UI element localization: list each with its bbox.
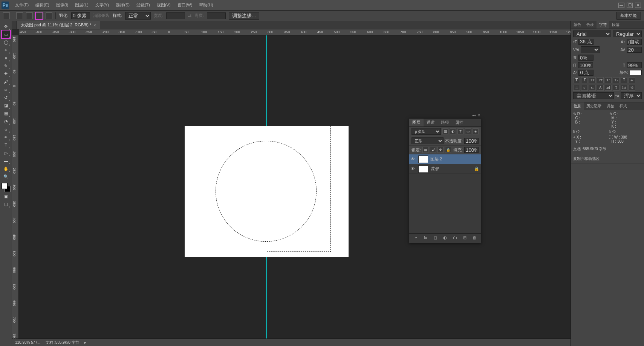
panel-collapse-icon[interactable]: «« <box>472 113 476 117</box>
layer-filter-select[interactable]: ρ 类型 <box>411 128 441 135</box>
fractions-button[interactable]: 1st <box>621 85 627 91</box>
tab-color[interactable]: 颜色 <box>571 21 584 29</box>
doc-status[interactable]: 文档 :585.9K/0 字节 <box>46 340 79 345</box>
font-size-input[interactable] <box>578 39 594 45</box>
lock-all-icon[interactable]: 🔒 <box>445 147 451 153</box>
lock-paint-icon[interactable]: 🖌 <box>430 147 436 153</box>
new-layer-icon[interactable]: ⊞ <box>462 235 468 241</box>
filter-adjust-icon[interactable]: ◐ <box>450 128 456 134</box>
style-select[interactable]: 正常 <box>125 12 151 20</box>
underline-button[interactable]: T <box>621 77 627 83</box>
blend-mode-select[interactable]: 正常 <box>411 137 444 144</box>
layer-name[interactable]: 图层 2 <box>430 156 442 162</box>
layers-panel[interactable]: «« × 图层 通道 路径 属性 ρ 类型 ▦ ◐ T ▭ ◈ 正常 不透明度: <box>409 118 481 243</box>
tab-adjustments[interactable]: 调整 <box>604 102 617 110</box>
strike-button[interactable]: T̶ <box>629 77 635 83</box>
canvas[interactable] <box>185 126 349 257</box>
menu-edit[interactable]: 编辑(E) <box>32 1 52 9</box>
move-tool[interactable]: ✥ <box>2 23 10 30</box>
history-brush-tool[interactable]: ↺ <box>2 94 10 101</box>
maximize-button[interactable]: ❐ <box>627 3 633 8</box>
tab-properties[interactable]: 属性 <box>452 119 467 127</box>
menu-type[interactable]: 文字(Y) <box>92 1 112 9</box>
heal-tool[interactable]: ✚ <box>2 70 10 78</box>
quickmask-tool[interactable]: ▣ <box>2 192 10 200</box>
antialias-select[interactable]: 浑厚 <box>621 92 642 99</box>
lock-position-icon[interactable]: ✥ <box>437 147 444 153</box>
italic-button[interactable]: T <box>581 77 588 83</box>
refine-edge-button[interactable]: 调整边缘... <box>229 12 259 20</box>
tab-paragraph[interactable]: 段落 <box>609 21 622 29</box>
filter-image-icon[interactable]: ▦ <box>442 128 448 134</box>
ordinals-button[interactable]: T <box>613 85 620 91</box>
lock-pixels-icon[interactable]: ▦ <box>422 147 428 153</box>
eraser-tool[interactable]: ◪ <box>2 102 10 109</box>
menu-help[interactable]: 帮助(H) <box>196 1 216 9</box>
hand-tool[interactable]: ✋ <box>2 165 10 172</box>
sel-add-icon[interactable] <box>26 12 33 19</box>
gradient-tool[interactable]: ▤ <box>2 110 10 117</box>
screenmode-tool[interactable]: ▢ <box>2 200 10 208</box>
menu-filter[interactable]: 滤镜(T) <box>133 1 153 9</box>
font-family-select[interactable]: Arial <box>573 30 611 37</box>
menu-image[interactable]: 图像(I) <box>53 1 71 9</box>
stamp-tool[interactable]: ⧇ <box>2 86 10 93</box>
tab-channels[interactable]: 通道 <box>424 119 438 127</box>
half-button[interactable]: ½ <box>629 85 635 91</box>
foreground-color[interactable] <box>2 183 8 189</box>
shape-tool[interactable]: ▬ <box>2 157 10 165</box>
filter-shape-icon[interactable]: ▭ <box>465 128 471 134</box>
leading-input[interactable] <box>627 39 642 45</box>
blur-tool[interactable]: ◔ <box>2 117 10 125</box>
vscale-input[interactable] <box>578 62 593 68</box>
tab-history[interactable]: 历史记录 <box>584 102 604 110</box>
tab-swatches[interactable]: 色板 <box>584 21 597 29</box>
swash-button[interactable]: A <box>597 85 604 91</box>
text-color-swatch[interactable] <box>630 70 642 75</box>
kerning-select[interactable] <box>581 46 600 53</box>
baseline-shift-input[interactable] <box>578 70 594 76</box>
titling-button[interactable]: ad <box>605 85 612 91</box>
tab-styles[interactable]: 样式 <box>617 102 630 110</box>
eyedropper-tool[interactable]: ✎ <box>2 62 10 70</box>
hscale-input[interactable] <box>627 62 642 68</box>
superscript-button[interactable]: T¹ <box>605 77 612 83</box>
wand-tool[interactable]: ✧ <box>2 46 10 54</box>
mask-icon[interactable]: ◻ <box>432 235 438 241</box>
sel-intersect-icon[interactable] <box>46 12 52 19</box>
fill-input[interactable] <box>464 147 479 153</box>
subscript-button[interactable]: T₁ <box>613 77 620 83</box>
std-lig-button[interactable]: st <box>589 85 596 91</box>
baseline-scale-input[interactable] <box>578 55 594 61</box>
panel-close-icon[interactable]: × <box>478 113 480 117</box>
tab-character[interactable]: 字符 <box>597 21 609 29</box>
tab-paths[interactable]: 路径 <box>438 119 452 127</box>
color-swatches[interactable] <box>2 183 11 192</box>
sel-subtract-icon[interactable] <box>36 12 43 19</box>
layer-name[interactable]: 背景 <box>430 166 439 172</box>
dodge-tool[interactable]: ☼ <box>2 125 10 133</box>
adjustment-icon[interactable]: ◐ <box>442 235 448 241</box>
layer-thumb[interactable] <box>418 165 428 173</box>
type-tool[interactable]: T <box>2 141 10 149</box>
workspace-switcher[interactable]: 基本功能 <box>616 12 641 20</box>
feather-input[interactable] <box>71 12 90 19</box>
delete-icon[interactable]: 🗑 <box>471 235 477 241</box>
sel-new-icon[interactable] <box>16 12 23 19</box>
crop-tool[interactable]: ⌗ <box>2 54 10 62</box>
visibility-icon[interactable]: 👁 <box>411 166 416 172</box>
tab-info[interactable]: 信息 <box>571 102 584 110</box>
close-button[interactable]: ✕ <box>635 3 641 8</box>
menu-file[interactable]: 文件(F) <box>12 1 32 9</box>
group-icon[interactable]: 🗀 <box>452 235 458 241</box>
marquee-tool[interactable]: ▭ <box>2 30 10 38</box>
tab-layers[interactable]: 图层 <box>409 119 424 127</box>
layer-row[interactable]: 👁 图层 2 <box>409 154 481 164</box>
document-tab[interactable]: 太极图.psd @ 111% (图层 2, RGB/8) * × <box>17 21 100 29</box>
fx-icon[interactable]: fx <box>422 235 428 241</box>
filter-smart-icon[interactable]: ◈ <box>473 128 479 134</box>
minimize-button[interactable]: — <box>618 3 624 8</box>
font-style-select[interactable]: Regular <box>613 30 642 37</box>
language-select[interactable]: 美国英语 <box>573 92 614 99</box>
tracking-input[interactable] <box>627 47 642 53</box>
